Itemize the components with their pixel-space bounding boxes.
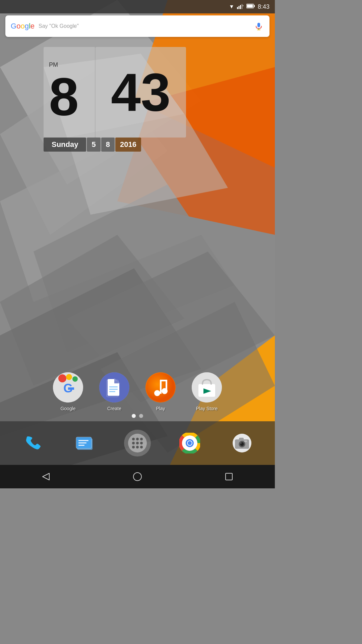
svg-point-73 bbox=[188, 441, 192, 445]
nav-home-button[interactable] bbox=[127, 467, 147, 487]
dock-apps-button[interactable] bbox=[124, 430, 151, 457]
svg-rect-17 bbox=[240, 5, 241, 9]
svg-rect-21 bbox=[254, 5, 255, 7]
svg-rect-16 bbox=[238, 6, 239, 9]
dock-camera[interactable] bbox=[229, 430, 255, 457]
svg-rect-54 bbox=[78, 440, 88, 441]
date-year: 2016 bbox=[115, 138, 141, 152]
google-app-label: Google bbox=[60, 406, 75, 411]
svg-marker-82 bbox=[43, 473, 49, 480]
clock-hour: 8 bbox=[49, 70, 79, 123]
play-app-label: Play bbox=[156, 406, 165, 411]
page-indicator-1 bbox=[132, 414, 136, 418]
clock-widget: PM 8 43 Sunday 5 8 2016 bbox=[44, 47, 186, 152]
svg-rect-31 bbox=[68, 387, 74, 390]
svg-point-42 bbox=[154, 390, 160, 396]
svg-rect-38 bbox=[109, 391, 115, 392]
app-grid: G Google Create bbox=[0, 372, 275, 411]
date-day-num: 8 bbox=[101, 138, 115, 152]
svg-point-62 bbox=[136, 442, 139, 444]
svg-rect-37 bbox=[109, 389, 118, 390]
svg-rect-15 bbox=[237, 7, 238, 9]
svg-point-59 bbox=[136, 438, 139, 440]
nav-back-button[interactable] bbox=[36, 467, 56, 487]
nav-bar bbox=[0, 465, 275, 488]
create-app-icon bbox=[99, 372, 129, 402]
dock-chrome[interactable] bbox=[176, 430, 203, 457]
date-month: 5 bbox=[87, 138, 100, 152]
svg-point-28 bbox=[66, 374, 72, 380]
svg-rect-23 bbox=[257, 23, 260, 27]
app-icon-create[interactable]: Create bbox=[99, 372, 129, 411]
svg-point-63 bbox=[140, 442, 143, 444]
app-icon-play[interactable]: Play bbox=[145, 372, 176, 411]
svg-point-83 bbox=[133, 473, 141, 481]
signal-icon: R bbox=[237, 4, 244, 10]
svg-text:R: R bbox=[242, 5, 244, 7]
svg-point-79 bbox=[241, 443, 242, 444]
search-bar[interactable]: Google Say "Ok Google" bbox=[5, 15, 269, 37]
svg-point-66 bbox=[140, 446, 143, 448]
svg-rect-81 bbox=[244, 440, 247, 442]
play-app-icon bbox=[145, 372, 176, 402]
svg-rect-55 bbox=[78, 442, 86, 443]
svg-rect-56 bbox=[78, 445, 84, 446]
page-indicator-2 bbox=[139, 414, 143, 418]
svg-point-65 bbox=[136, 446, 139, 448]
play-store-app-label: Play Store bbox=[196, 406, 218, 411]
app-icon-google[interactable]: G Google bbox=[53, 372, 83, 411]
clock-minute: 43 bbox=[111, 65, 171, 119]
google-app-icon: G bbox=[53, 372, 83, 402]
google-logo: Google bbox=[11, 22, 35, 31]
nav-recent-button[interactable] bbox=[219, 467, 239, 487]
app-icon-play-store[interactable]: Play Store bbox=[192, 372, 222, 411]
svg-rect-84 bbox=[226, 473, 232, 480]
svg-rect-36 bbox=[109, 386, 118, 387]
clock-hour-block: PM 8 bbox=[44, 47, 96, 138]
svg-rect-46 bbox=[166, 380, 167, 392]
dock bbox=[0, 421, 275, 465]
svg-point-61 bbox=[132, 442, 135, 444]
date-day: Sunday bbox=[44, 138, 86, 152]
svg-rect-80 bbox=[239, 438, 244, 440]
svg-point-58 bbox=[132, 438, 135, 440]
clock-minute-block: 43 bbox=[96, 47, 186, 138]
date-row: Sunday 5 8 2016 bbox=[44, 138, 186, 152]
mic-icon[interactable] bbox=[253, 21, 264, 32]
svg-point-29 bbox=[72, 376, 78, 382]
page-indicators bbox=[0, 414, 275, 418]
status-time: 8:43 bbox=[258, 3, 269, 10]
battery-icon bbox=[246, 3, 255, 10]
dock-messages[interactable] bbox=[72, 430, 99, 457]
wifi-icon: ▼ bbox=[229, 4, 234, 10]
svg-point-60 bbox=[140, 438, 143, 440]
play-store-app-icon bbox=[192, 372, 222, 402]
svg-rect-22 bbox=[247, 5, 253, 8]
dock-phone[interactable] bbox=[19, 430, 46, 457]
search-hint: Say "Ok Google" bbox=[39, 23, 253, 29]
create-app-label: Create bbox=[107, 406, 121, 411]
svg-point-64 bbox=[132, 446, 135, 448]
svg-rect-44 bbox=[160, 380, 162, 394]
status-bar: ▼ R 8:43 bbox=[0, 0, 275, 13]
